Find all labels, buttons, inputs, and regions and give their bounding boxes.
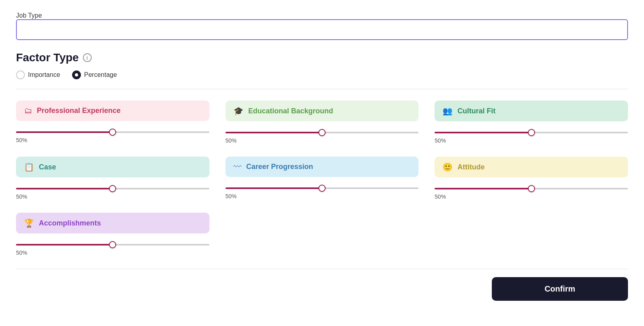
- slider-value-attitude: 50%: [435, 193, 628, 200]
- graduation-icon: 🎓: [233, 106, 244, 116]
- factor-type-heading: Factor Type: [16, 51, 79, 64]
- factor-cultural-fit: 👥 Cultural Fit 50%: [435, 101, 628, 145]
- slider-value-career-progression: 50%: [225, 193, 419, 199]
- factor-name-career-progression: Career Progression: [246, 163, 313, 171]
- info-icon[interactable]: i: [83, 53, 92, 62]
- job-type-input[interactable]: [16, 19, 628, 40]
- slider-container-case: 50%: [16, 182, 209, 201]
- factor-name-educational-background: Educational Background: [248, 107, 333, 115]
- briefcase-icon: 🗂: [24, 106, 32, 115]
- factor-accomplishments: 🏆 Accomplishments 50%: [16, 213, 209, 258]
- slider-accomplishments[interactable]: [16, 244, 209, 246]
- smile-icon: 🙂: [443, 162, 453, 172]
- factor-type-section: Factor Type i Importance Percentage 🗂 Pr…: [16, 51, 628, 301]
- factor-card-career-progression: 〰 Career Progression: [225, 157, 419, 177]
- slider-container-professional-experience: 50%: [16, 126, 209, 145]
- factor-attitude: 🙂 Attitude 50%: [435, 157, 628, 201]
- slider-attitude[interactable]: [435, 188, 628, 189]
- divider-top: [16, 89, 628, 89]
- slider-container-cultural-fit: 50%: [435, 126, 628, 145]
- job-type-label: Job Type: [16, 12, 42, 19]
- radio-percentage[interactable]: Percentage: [72, 70, 117, 79]
- slider-container-accomplishments: 50%: [16, 238, 209, 258]
- confirm-bar: Confirm: [16, 269, 628, 301]
- slider-value-case: 50%: [16, 193, 209, 200]
- radio-percentage-label: Percentage: [84, 71, 117, 78]
- slider-cultural-fit[interactable]: [435, 132, 628, 133]
- factor-name-professional-experience: Professional Experience: [37, 107, 121, 115]
- factor-name-accomplishments: Accomplishments: [39, 219, 101, 227]
- confirm-button[interactable]: Confirm: [492, 277, 628, 301]
- factors-grid-row2: 📋 Case 50% 〰 Career Progression 50% 🙂: [16, 157, 628, 201]
- trend-icon: 〰: [233, 162, 242, 171]
- radio-importance-circle: [16, 70, 25, 79]
- people-icon: 👥: [443, 106, 453, 116]
- factor-card-professional-experience: 🗂 Professional Experience: [16, 101, 209, 121]
- slider-container-educational-background: 50%: [225, 126, 419, 145]
- slider-professional-experience[interactable]: [16, 131, 209, 133]
- empty-placeholder-2: [435, 213, 628, 258]
- empty-placeholder-1: [225, 213, 419, 258]
- trophy-icon: 🏆: [24, 218, 34, 228]
- slider-case[interactable]: [16, 188, 209, 189]
- factor-card-educational-background: 🎓 Educational Background: [225, 101, 419, 121]
- case-icon: 📋: [24, 162, 34, 172]
- factors-grid-row1: 🗂 Professional Experience 50% 🎓 Educatio…: [16, 101, 628, 145]
- factor-card-case: 📋 Case: [16, 157, 209, 177]
- slider-career-progression[interactable]: [225, 187, 419, 189]
- factor-card-accomplishments: 🏆 Accomplishments: [16, 213, 209, 233]
- factor-professional-experience: 🗂 Professional Experience 50%: [16, 101, 209, 145]
- job-type-section: Job Type: [16, 12, 628, 40]
- factor-card-cultural-fit: 👥 Cultural Fit: [435, 101, 628, 121]
- slider-value-accomplishments: 50%: [16, 250, 209, 256]
- factor-name-cultural-fit: Cultural Fit: [457, 107, 495, 115]
- slider-container-attitude: 50%: [435, 182, 628, 201]
- slider-value-professional-experience: 50%: [16, 137, 209, 143]
- factor-educational-background: 🎓 Educational Background 50%: [225, 101, 419, 145]
- slider-value-cultural-fit: 50%: [435, 137, 628, 144]
- factor-card-attitude: 🙂 Attitude: [435, 157, 628, 177]
- factors-grid-row3: 🏆 Accomplishments 50%: [16, 213, 628, 258]
- radio-importance[interactable]: Importance: [16, 70, 60, 79]
- slider-educational-background[interactable]: [225, 132, 419, 133]
- factor-name-case: Case: [39, 163, 56, 171]
- radio-percentage-circle: [72, 70, 81, 79]
- factor-career-progression: 〰 Career Progression 50%: [225, 157, 419, 201]
- factor-name-attitude: Attitude: [457, 163, 485, 171]
- slider-value-educational-background: 50%: [225, 137, 419, 144]
- slider-container-career-progression: 50%: [225, 182, 419, 201]
- radio-group: Importance Percentage: [16, 70, 628, 79]
- factor-case: 📋 Case 50%: [16, 157, 209, 201]
- radio-importance-label: Importance: [28, 71, 60, 78]
